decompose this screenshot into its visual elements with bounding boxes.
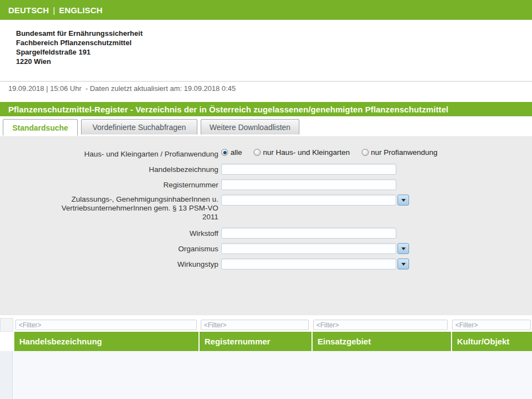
- handelsbezeichnung-label: Handelsbezeichnung: [46, 165, 218, 174]
- tab-standardsuche[interactable]: Standardsuche: [3, 119, 78, 136]
- radio-group-label: Haus- und Kleingarten / Profianwendung: [46, 150, 218, 159]
- column-header-handelsbezeichnung[interactable]: Handelsbezeichnung: [14, 332, 198, 351]
- radio-label-haus: nur Haus- und Kleingarten: [263, 148, 350, 157]
- organismus-dropdown-button[interactable]: [397, 243, 409, 254]
- wirkstoff-input[interactable]: [221, 228, 396, 239]
- address-line-1: Bundesamt für Ernährungssicherheit: [16, 29, 143, 38]
- wirkungstyp-combo-input[interactable]: [221, 258, 396, 269]
- page: DEUTSCH | ENGLISCH Bundesamt für Ernähru…: [0, 0, 532, 399]
- chevron-down-icon: [401, 199, 406, 202]
- table-filter-row: [0, 318, 532, 332]
- chevron-down-icon: [401, 263, 406, 266]
- table-left-gutter: [0, 351, 13, 399]
- language-separator: |: [53, 6, 55, 15]
- tab-vordefinierte-suchabfragen[interactable]: Vordefinierte Suchabfragen: [81, 119, 197, 134]
- zulassungsinhaber-combo-input[interactable]: [221, 195, 396, 206]
- radio-option-alle[interactable]: alle: [221, 148, 242, 157]
- column-header-registernummer[interactable]: Registernummer: [200, 332, 311, 351]
- language-link-englisch[interactable]: ENGLISCH: [59, 6, 103, 15]
- radio-button-profi-icon[interactable]: [362, 149, 369, 156]
- page-title-text: Pflanzenschutzmittel-Register - Verzeich…: [8, 105, 448, 114]
- filter-einsatzgebiet-input[interactable]: [313, 320, 448, 330]
- language-bar: DEUTSCH | ENGLISCH: [0, 0, 532, 20]
- wirkungstyp-label: Wirkungstyp: [46, 260, 218, 269]
- status-line: 19.09.2018 | 15:06 Uhr - Daten zuletzt a…: [8, 84, 235, 93]
- table-results-area: [0, 351, 532, 399]
- anwendung-radio-group: alle nur Haus- und Kleingarten nur Profi…: [221, 148, 437, 157]
- agency-address: Bundesamt für Ernährungssicherheit Fachb…: [16, 29, 143, 66]
- divider-line: [0, 81, 532, 82]
- organismus-combo-input[interactable]: [221, 243, 396, 254]
- radio-label-alle: alle: [230, 148, 242, 157]
- filter-handelsbezeichnung-input[interactable]: [15, 320, 197, 330]
- filter-kultur-objekt-input[interactable]: [452, 320, 531, 330]
- chevron-down-icon: [401, 247, 406, 250]
- radio-option-nur-profianwendung[interactable]: nur Profianwendung: [362, 148, 438, 157]
- zulassungsinhaber-dropdown-button[interactable]: [397, 195, 409, 206]
- column-header-kultur-objekt[interactable]: Kultur/Objekt: [452, 332, 532, 351]
- language-link-deutsch[interactable]: DEUTSCH: [8, 6, 49, 15]
- filter-registernummer-input[interactable]: [201, 320, 309, 330]
- wirkstoff-label: Wirkstoff: [46, 229, 218, 238]
- radio-button-alle-icon[interactable]: [221, 149, 228, 156]
- organismus-label: Organismus: [46, 245, 218, 254]
- address-line-2: Fachbereich Pflanzenschutzmittel: [16, 38, 143, 47]
- table-gutter-cell: [0, 318, 13, 332]
- radio-button-haus-icon[interactable]: [254, 149, 261, 156]
- address-line-4: 1220 Wien: [16, 57, 143, 66]
- radio-option-nur-haus-und-kleingarten[interactable]: nur Haus- und Kleingarten: [254, 148, 350, 157]
- address-line-3: Spargelfeldstraße 191: [16, 47, 143, 57]
- zulassungsinhaber-label: Zulassungs-, GenehmigungsinhaberInnen u.…: [46, 195, 218, 222]
- wirkungstyp-dropdown-button[interactable]: [397, 258, 409, 269]
- registernummer-input[interactable]: [221, 179, 396, 190]
- handelsbezeichnung-input[interactable]: [221, 164, 396, 175]
- tab-bar: Standardsuche Vordefinierte Suchabfragen…: [0, 119, 532, 134]
- search-form-panel: Haus- und Kleingarten / Profianwendung a…: [0, 136, 532, 315]
- tab-weitere-downloadlisten[interactable]: Weitere Downloadlisten: [201, 119, 299, 134]
- page-title: Pflanzenschutzmittel-Register - Verzeich…: [0, 102, 532, 116]
- registernummer-label: Registernummer: [46, 181, 218, 190]
- table-header-row: Handelsbezeichnung Registernummer Einsat…: [0, 332, 532, 351]
- column-header-einsatzgebiet[interactable]: Einsatzgebiet: [313, 332, 451, 351]
- radio-label-profi: nur Profianwendung: [371, 148, 438, 157]
